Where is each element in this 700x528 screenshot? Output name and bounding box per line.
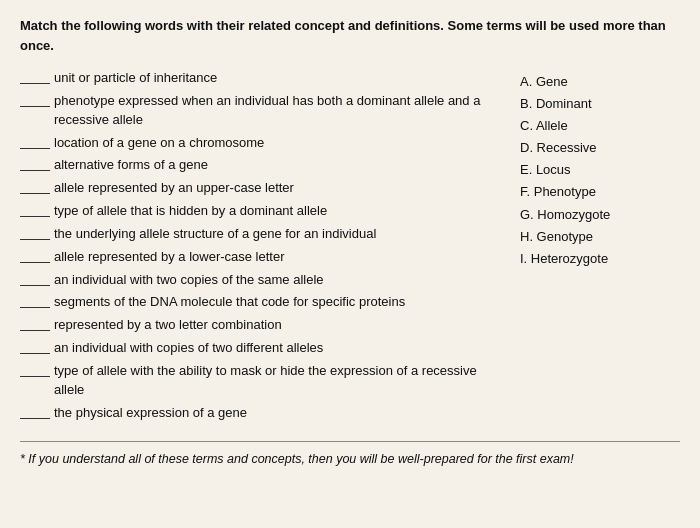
match-item: allele represented by an upper-case lett… — [20, 179, 500, 198]
item-text: allele represented by a lower-case lette… — [54, 248, 285, 267]
answer-option: A. Gene — [520, 71, 680, 93]
answer-blank[interactable] — [20, 83, 50, 84]
answer-blank[interactable] — [20, 106, 50, 107]
answer-blank[interactable] — [20, 262, 50, 263]
match-item: type of allele with the ability to mask … — [20, 362, 500, 400]
item-text: represented by a two letter combination — [54, 316, 282, 335]
item-text: an individual with copies of two differe… — [54, 339, 323, 358]
match-item: allele represented by a lower-case lette… — [20, 248, 500, 267]
main-content: unit or particle of inheritancephenotype… — [20, 69, 680, 427]
match-item: location of a gene on a chromosome — [20, 134, 500, 153]
item-text: unit or particle of inheritance — [54, 69, 217, 88]
match-item: the physical expression of a gene — [20, 404, 500, 423]
answer-option: C. Allele — [520, 115, 680, 137]
answer-blank[interactable] — [20, 330, 50, 331]
item-text: allele represented by an upper-case lett… — [54, 179, 294, 198]
item-text: type of allele that is hidden by a domin… — [54, 202, 327, 221]
item-text: the physical expression of a gene — [54, 404, 247, 423]
item-text: location of a gene on a chromosome — [54, 134, 264, 153]
match-item: segments of the DNA molecule that code f… — [20, 293, 500, 312]
answer-blank[interactable] — [20, 376, 50, 377]
match-item: an individual with two copies of the sam… — [20, 271, 500, 290]
answer-blank[interactable] — [20, 307, 50, 308]
match-item: represented by a two letter combination — [20, 316, 500, 335]
footer-note: * If you understand all of these terms a… — [20, 441, 680, 469]
item-text: the underlying allele structure of a gen… — [54, 225, 376, 244]
answer-blank[interactable] — [20, 353, 50, 354]
match-item: type of allele that is hidden by a domin… — [20, 202, 500, 221]
answer-option: D. Recessive — [520, 137, 680, 159]
item-text: phenotype expressed when an individual h… — [54, 92, 500, 130]
answer-blank[interactable] — [20, 148, 50, 149]
answer-blank[interactable] — [20, 170, 50, 171]
answer-option: I. Heterozygote — [520, 248, 680, 270]
left-column: unit or particle of inheritancephenotype… — [20, 69, 500, 427]
answer-option: H. Genotype — [520, 226, 680, 248]
answer-option: G. Homozygote — [520, 204, 680, 226]
item-text: an individual with two copies of the sam… — [54, 271, 324, 290]
match-item: alternative forms of a gene — [20, 156, 500, 175]
answer-blank[interactable] — [20, 239, 50, 240]
answer-blank[interactable] — [20, 285, 50, 286]
answer-option: F. Phenotype — [520, 181, 680, 203]
answer-option: B. Dominant — [520, 93, 680, 115]
match-item: phenotype expressed when an individual h… — [20, 92, 500, 130]
item-text: segments of the DNA molecule that code f… — [54, 293, 405, 312]
match-item: the underlying allele structure of a gen… — [20, 225, 500, 244]
item-text: type of allele with the ability to mask … — [54, 362, 500, 400]
instructions-text: Match the following words with their rel… — [20, 16, 680, 55]
answer-blank[interactable] — [20, 216, 50, 217]
answer-blank[interactable] — [20, 193, 50, 194]
answer-list: A. GeneB. DominantC. AlleleD. RecessiveE… — [520, 71, 680, 270]
match-item: an individual with copies of two differe… — [20, 339, 500, 358]
match-item: unit or particle of inheritance — [20, 69, 500, 88]
answer-blank[interactable] — [20, 418, 50, 419]
answer-option: E. Locus — [520, 159, 680, 181]
right-column: A. GeneB. DominantC. AlleleD. RecessiveE… — [520, 69, 680, 427]
item-text: alternative forms of a gene — [54, 156, 208, 175]
footer-text: * If you understand all of these terms a… — [20, 452, 574, 466]
